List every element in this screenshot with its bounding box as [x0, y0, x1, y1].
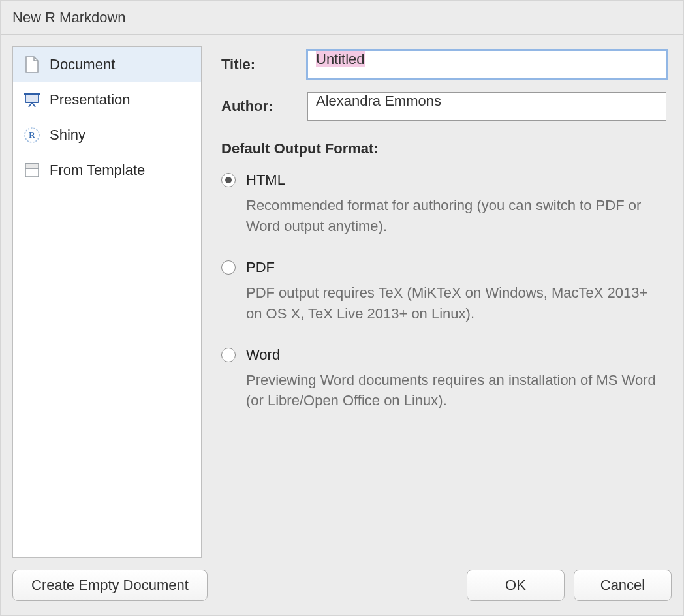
svg-rect-7 [25, 164, 39, 168]
sidebar-item-shiny[interactable]: R Shiny [13, 117, 201, 153]
radio-option-pdf: PDF PDF output requires TeX (MiKTeX on W… [221, 259, 666, 324]
author-label: Author: [221, 98, 307, 115]
author-row: Author: Alexandra Emmons [221, 92, 666, 121]
author-input[interactable]: Alexandra Emmons [307, 92, 666, 121]
svg-line-2 [29, 102, 32, 107]
document-icon [23, 56, 40, 73]
title-input-value: Untitled [316, 51, 365, 67]
radio-row[interactable]: Word [221, 346, 666, 363]
ok-button[interactable]: OK [467, 570, 565, 601]
svg-text:R: R [29, 130, 35, 140]
title-input[interactable]: Untitled [307, 50, 666, 79]
dialog-body: Document Presentation R [1, 35, 683, 558]
titlebar: New R Markdown [1, 1, 683, 35]
sidebar-item-label: Shiny [50, 127, 86, 144]
radio-row[interactable]: HTML [221, 172, 666, 189]
sidebar-item-label: From Template [50, 162, 145, 179]
content-pane: Title: Untitled Author: Alexandra Emmons… [221, 46, 672, 558]
cancel-button[interactable]: Cancel [574, 570, 672, 601]
sidebar-item-presentation[interactable]: Presentation [13, 82, 201, 117]
create-empty-document-button[interactable]: Create Empty Document [12, 570, 208, 601]
sidebar-item-label: Document [50, 56, 115, 73]
new-rmarkdown-dialog: New R Markdown Document [0, 0, 684, 616]
author-input-value: Alexandra Emmons [316, 93, 441, 109]
sidebar-item-document[interactable]: Document [13, 47, 201, 82]
svg-line-3 [32, 102, 35, 107]
sidebar-item-from-template[interactable]: From Template [13, 153, 201, 188]
radio-button-pdf[interactable] [221, 260, 236, 275]
sidebar: Document Presentation R [12, 46, 202, 558]
radio-row[interactable]: PDF [221, 259, 666, 276]
radio-option-html: HTML Recommended format for authoring (y… [221, 172, 666, 237]
title-label: Title: [221, 56, 307, 73]
presentation-icon [23, 91, 40, 108]
template-icon [23, 162, 40, 179]
radio-option-word: Word Previewing Word documents requires … [221, 346, 666, 412]
svg-rect-0 [25, 94, 39, 102]
radio-button-word[interactable] [221, 348, 236, 362]
shiny-icon: R [23, 127, 40, 144]
title-row: Title: Untitled [221, 50, 666, 79]
radio-description: Previewing Word documents requires an in… [246, 370, 664, 412]
radio-label: Word [246, 346, 280, 363]
radio-description: PDF output requires TeX (MiKTeX on Windo… [246, 283, 664, 324]
output-format-heading: Default Output Format: [221, 140, 666, 157]
sidebar-item-label: Presentation [50, 91, 131, 108]
radio-description: Recommended format for authoring (you ca… [246, 195, 664, 237]
radio-label: PDF [246, 259, 275, 276]
radio-button-html[interactable] [221, 173, 236, 187]
window-title: New R Markdown [12, 9, 126, 26]
radio-label: HTML [246, 172, 285, 189]
footer: Create Empty Document OK Cancel [1, 558, 683, 615]
